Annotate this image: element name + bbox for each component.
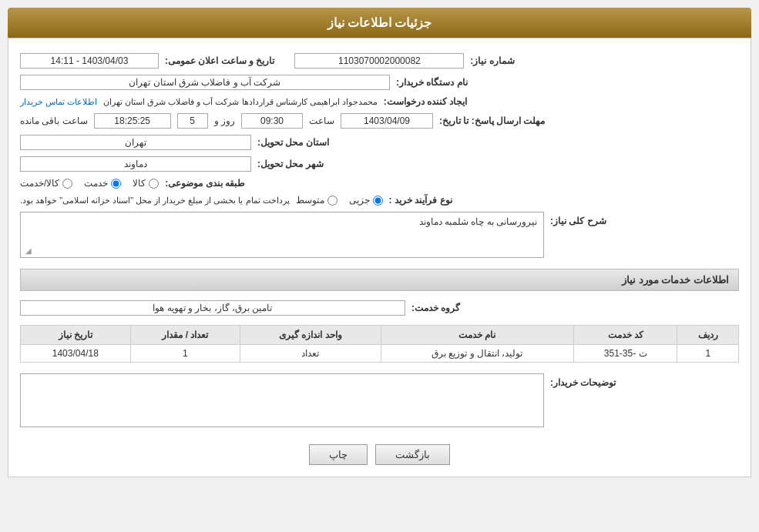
- category-option-kala: کالا: [133, 178, 159, 189]
- remaining-label: ساعت باقی مانده: [20, 115, 88, 126]
- process-radio-group: جزیی متوسط: [296, 195, 383, 206]
- col-header-unit: واحد اندازه گیری: [240, 326, 381, 345]
- announce-datetime-value: 1403/04/03 - 14:11: [20, 53, 159, 69]
- row-request-number: شماره نیاز: 1103070002000082 تاریخ و ساع…: [20, 50, 739, 72]
- category-radio-kala-khedmat[interactable]: [62, 179, 72, 189]
- services-section-label: اطلاعات خدمات مورد نیاز: [622, 274, 729, 286]
- province-label: استان محل تحویل:: [257, 137, 329, 148]
- service-group-label: گروه خدمت:: [411, 303, 460, 313]
- category-option-khedmat: خدمت: [84, 178, 121, 189]
- resize-handle-icon: ◢: [22, 246, 32, 256]
- services-section-header: اطلاعات خدمات مورد نیاز: [20, 269, 739, 291]
- days-label: روز و: [214, 115, 235, 126]
- creator-link[interactable]: اطلاعات تماس خریدار: [20, 97, 97, 107]
- buyer-notes-container: [20, 373, 544, 430]
- main-content: شماره نیاز: 1103070002000082 تاریخ و ساع…: [8, 38, 751, 477]
- deadline-date: 1403/04/09: [341, 113, 433, 129]
- buttons-row: بازگشت چاپ: [20, 444, 739, 465]
- category-radio-kala[interactable]: [149, 179, 159, 189]
- process-label: نوع فرآیند خرید :: [389, 195, 452, 206]
- col-header-code: کد خدمت: [573, 326, 677, 345]
- page-header: جزئیات اطلاعات نیاز: [8, 8, 751, 38]
- category-radio-group: کالا خدمت کالا/خدمت: [20, 178, 159, 189]
- time-label: ساعت: [309, 115, 334, 126]
- row-service-group: گروه خدمت: تامین برق، گاز، بخار و تهویه …: [20, 297, 739, 319]
- process-radio-jozi[interactable]: [373, 196, 383, 206]
- city-value: دماوند: [20, 156, 251, 172]
- province-value: تهران: [20, 135, 251, 150]
- buyer-org-label: نام دستگاه خریدار:: [396, 77, 468, 88]
- services-table: ردیف کد خدمت نام خدمت واحد اندازه گیری ت…: [20, 325, 739, 363]
- row-description: شرح کلی نیاز: نیرورسانی به چاه شلمبه دما…: [20, 209, 739, 261]
- cell-date: 1403/04/18: [21, 345, 131, 363]
- category-radio-khedmat[interactable]: [111, 179, 121, 189]
- row-process: نوع فرآیند خرید : جزیی متوسط پرداخت تمام…: [20, 192, 739, 209]
- row-city: شهر محل تحویل: دماوند: [20, 153, 739, 175]
- col-header-name: نام خدمت: [381, 326, 573, 345]
- city-label: شهر محل تحویل:: [257, 159, 324, 169]
- row-category: طبقه بندی موضوعی: کالا خدمت کالا/خدمت: [20, 175, 739, 192]
- process-option-jozi: جزیی: [349, 195, 383, 206]
- row-deadline: مهلت ارسال پاسخ: تا تاریخ: 1403/04/09 سا…: [20, 110, 739, 132]
- row-buyer-org: نام دستگاه خریدار: شرکت آب و فاضلاب شرق …: [20, 72, 739, 93]
- description-label: شرح کلی نیاز:: [550, 216, 606, 226]
- table-row: 1 ت -35-351 تولید، انتقال و توزیع برق تع…: [21, 345, 739, 363]
- page-container: جزئیات اطلاعات نیاز شماره نیاز: 11030700…: [0, 0, 759, 485]
- request-number-label: شماره نیاز:: [470, 55, 514, 66]
- col-header-date: تاریخ نیاز: [21, 326, 131, 345]
- request-number-value: 1103070002000082: [294, 53, 464, 69]
- category-label-kala: کالا: [133, 178, 146, 189]
- process-label-jozi: جزیی: [349, 195, 370, 206]
- category-label-kala-khedmat: کالا/خدمت: [20, 178, 59, 189]
- cell-unit: تعداد: [240, 345, 381, 363]
- buyer-notes-textarea[interactable]: [20, 373, 544, 427]
- col-header-qty: تعداد / مقدار: [130, 326, 240, 345]
- row-province: استان محل تحویل: تهران: [20, 132, 739, 153]
- cell-qty: 1: [130, 345, 240, 363]
- cell-code: ت -35-351: [573, 345, 677, 363]
- process-label-motavasset: متوسط: [296, 195, 324, 206]
- category-label: طبقه بندی موضوعی:: [165, 178, 245, 189]
- page-title: جزئیات اطلاعات نیاز: [327, 16, 432, 29]
- creator-name: محمدجواد ابراهیمی کارشناس قراردادها شرکت…: [103, 97, 378, 107]
- deadline-time: 09:30: [241, 113, 303, 129]
- category-option-kala-khedmat: کالا/خدمت: [20, 178, 72, 189]
- deadline-days: 5: [177, 113, 208, 129]
- deadline-remaining: 18:25:25: [94, 113, 171, 129]
- category-label-khedmat: خدمت: [84, 178, 108, 189]
- back-button[interactable]: بازگشت: [375, 444, 450, 465]
- creator-label: ایجاد کننده درخواست:: [384, 96, 468, 107]
- process-note: پرداخت تمام یا بخشی از مبلغ خریدار از مح…: [20, 196, 290, 206]
- deadline-label: مهلت ارسال پاسخ: تا تاریخ:: [439, 115, 545, 126]
- process-radio-motavasset[interactable]: [327, 196, 338, 206]
- announce-datetime-label: تاریخ و ساعت اعلان عمومی:: [165, 55, 274, 66]
- cell-name: تولید، انتقال و توزیع برق: [381, 345, 573, 363]
- row-creator: ایجاد کننده درخواست: محمدجواد ابراهیمی ک…: [20, 93, 739, 110]
- print-button[interactable]: چاپ: [309, 444, 368, 465]
- row-buyer-notes: توضیحات خریدار:: [20, 370, 739, 433]
- buyer-org-value: شرکت آب و فاضلاب شرق استان تهران: [20, 75, 390, 90]
- description-value: نیرورسانی به چاه شلمبه دماوند: [419, 216, 537, 227]
- col-header-row: ردیف: [677, 326, 739, 345]
- process-option-motavasset: متوسط: [296, 195, 338, 206]
- buyer-notes-label: توضیحات خریدار:: [550, 377, 616, 388]
- service-group-value: تامین برق، گاز، بخار و تهویه هوا: [20, 300, 405, 316]
- description-box: نیرورسانی به چاه شلمبه دماوند ◢: [20, 212, 544, 258]
- cell-row: 1: [677, 345, 739, 363]
